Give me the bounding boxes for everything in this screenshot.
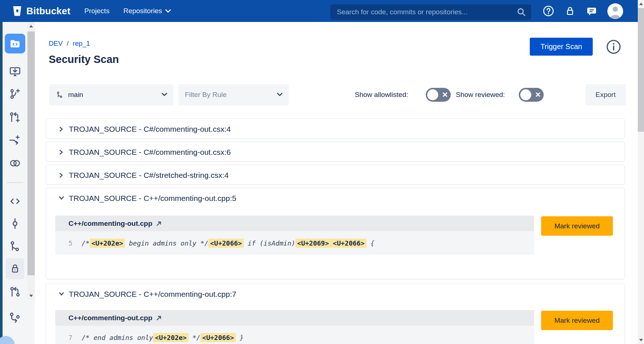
toggle-off-x-icon — [536, 92, 540, 97]
rule-filter-placeholder: Filter By Rule — [185, 91, 227, 99]
file-link[interactable]: C++/commenting-out.cpp — [55, 216, 534, 231]
toggle-knob — [427, 89, 438, 100]
chevron-right-icon — [59, 149, 64, 155]
commit-icon — [8, 217, 22, 230]
export-button[interactable]: Export — [585, 84, 626, 105]
code-text: /* end admins only<U+202e> */<U+2066> } — [82, 334, 244, 341]
page-scroll-down-caret[interactable] — [639, 339, 643, 341]
sidebar-item-branches[interactable] — [8, 240, 22, 253]
code-brackets-icon — [8, 195, 22, 208]
main-content: DEV / rep_1 Security Scan Trigger Scan m… — [35, 22, 638, 344]
rule-filter-select[interactable]: Filter By Rule — [178, 84, 289, 105]
chevron-right-icon — [59, 126, 64, 132]
line-number: 7 — [68, 334, 78, 341]
sidebar-item-commits[interactable] — [8, 217, 22, 230]
breadcrumb: DEV / rep_1 — [49, 40, 90, 48]
code-line: 5/*<U+202e> begin admins only */<U+2066>… — [55, 231, 534, 255]
show-allowlisted-toggle[interactable] — [426, 88, 451, 102]
unicode-token-highlight: <U+2066> — [208, 239, 244, 248]
sidebar-item-create-branch[interactable] — [8, 87, 22, 101]
sidebar-scrollbar-track[interactable] — [27, 22, 35, 299]
sidebar-item-compare[interactable] — [8, 157, 22, 170]
page-scroll-up-caret[interactable] — [639, 3, 643, 5]
info-icon[interactable] — [605, 38, 622, 55]
finding-row-expanded: TROJAN_SOURCE - C++/commenting-out.cpp:5… — [46, 188, 625, 279]
external-link-icon — [156, 315, 162, 321]
code-line: 7/* end admins only<U+202e> */<U+2066> } — [55, 326, 534, 344]
help-icon[interactable] — [543, 5, 554, 17]
file-link[interactable]: C++/commenting-out.cpp — [55, 310, 534, 326]
show-reviewed-toggle[interactable] — [519, 88, 544, 102]
code-snippet: C++/commenting-out.cpp 7/* end admins on… — [55, 310, 534, 344]
security-lock-icon — [8, 262, 22, 275]
unicode-token-highlight: <U+202e> — [153, 333, 189, 342]
finding-row-header[interactable]: TROJAN_SOURCE - C#/commenting-out.csx:6 — [46, 142, 625, 162]
chevron-down-icon — [276, 92, 283, 97]
sidebar-item-create-fork[interactable] — [8, 134, 22, 147]
show-reviewed-label: Show reviewed: — [456, 84, 505, 105]
branch-select[interactable]: main — [49, 84, 174, 105]
branch-icon — [56, 90, 64, 99]
sidebar-scroll-up-caret[interactable] — [29, 25, 33, 27]
sidebar-item-pull-requests[interactable] — [8, 285, 22, 299]
bitbucket-mark-icon — [12, 5, 23, 17]
external-link-icon — [156, 221, 162, 227]
sidebar-item-source-browser[interactable] — [5, 34, 25, 53]
sidebar-accent-strip — [0, 22, 3, 344]
repo-sidebar — [0, 22, 35, 344]
branch-select-value: main — [68, 91, 83, 99]
unicode-token-highlight: <U+2066> — [200, 333, 236, 342]
sidebar-item-create-pull-request[interactable] — [8, 111, 22, 124]
navbar-icon-group — [543, 0, 623, 22]
finding-row-header[interactable]: TROJAN_SOURCE - C++/commenting-out.cpp:5 — [46, 188, 625, 208]
search-icon[interactable] — [517, 7, 526, 17]
sidebar-scrollbar-thumb[interactable] — [27, 31, 35, 275]
unicode-token-highlight: <U+2069> <U+2066> — [295, 239, 366, 248]
search-bar — [330, 4, 531, 20]
line-number: 5 — [68, 239, 78, 247]
fork-plus-icon — [8, 134, 22, 147]
mark-reviewed-button[interactable]: Mark reviewed — [541, 311, 613, 330]
file-name: C++/commenting-out.cpp — [68, 314, 152, 322]
sidebar-item-security-scan[interactable] — [6, 258, 24, 279]
breadcrumb-repo-link[interactable]: rep_1 — [72, 40, 90, 47]
sidebar-divider — [7, 182, 23, 183]
unicode-token-highlight: <U+202e> — [90, 239, 125, 248]
sidebar-item-forks[interactable] — [8, 311, 22, 324]
breadcrumb-project-link[interactable]: DEV — [49, 40, 63, 47]
bitbucket-logo[interactable]: Bitbucket — [12, 5, 70, 17]
toggle-knob — [520, 89, 531, 100]
finding-row: TROJAN_SOURCE - C#/commenting-out.csx:6 — [46, 142, 625, 162]
finding-title: TROJAN_SOURCE - C#/commenting-out.csx:4 — [69, 119, 231, 139]
lock-icon[interactable] — [564, 5, 576, 17]
sidebar-item-source-code[interactable] — [8, 195, 22, 208]
finding-title: TROJAN_SOURCE - C#/stretched-string.csx:… — [69, 165, 228, 185]
finding-row: TROJAN_SOURCE - C#/commenting-out.csx:4 — [46, 119, 625, 139]
finding-row-header[interactable]: TROJAN_SOURCE - C#/stretched-string.csx:… — [46, 165, 625, 185]
toggle-off-x-icon — [443, 92, 447, 97]
top-navbar: Bitbucket Projects Repositories — [0, 0, 644, 22]
finding-title: TROJAN_SOURCE - C++/commenting-out.cpp:7 — [69, 284, 237, 304]
finding-row-header[interactable]: TROJAN_SOURCE - C#/commenting-out.csx:4 — [46, 119, 625, 139]
pull-request-icon — [8, 285, 22, 299]
feedback-icon[interactable] — [586, 5, 598, 17]
finding-row-header[interactable]: TROJAN_SOURCE - C++/commenting-out.cpp:7 — [46, 284, 625, 304]
search-input[interactable] — [330, 4, 531, 20]
mark-reviewed-button[interactable]: Mark reviewed — [541, 216, 613, 236]
nav-projects[interactable]: Projects — [84, 7, 109, 15]
folder-code-icon — [9, 37, 21, 50]
breadcrumb-separator: / — [67, 40, 68, 47]
sidebar-scroll-down-caret[interactable] — [29, 295, 33, 297]
page-scrollbar-thumb[interactable] — [638, 8, 644, 132]
avatar[interactable] — [607, 3, 623, 19]
sidebar-item-clone[interactable] — [8, 65, 22, 78]
chevron-down-icon — [161, 92, 168, 97]
trigger-scan-button[interactable]: Trigger Scan — [530, 38, 593, 56]
chevron-down-icon — [165, 9, 171, 13]
clone-icon — [8, 65, 22, 78]
show-allowlisted-label: Show allowlisted: — [355, 84, 408, 105]
finding-row: TROJAN_SOURCE - C#/stretched-string.csx:… — [46, 165, 625, 185]
compare-circles-icon — [8, 157, 22, 170]
nav-repositories[interactable]: Repositories — [123, 7, 171, 15]
page-scrollbar-track[interactable] — [638, 0, 644, 344]
